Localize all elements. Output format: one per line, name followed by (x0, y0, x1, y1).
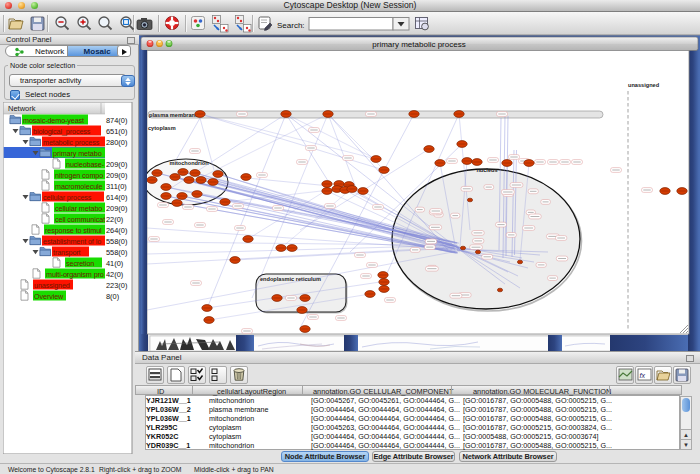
svg-text:response to stimul: response to stimul (45, 226, 102, 235)
svg-text:primary metabo: primary metabo (53, 149, 102, 158)
svg-text:fx: fx (640, 372, 646, 379)
svg-text:biological_process: biological_process (33, 127, 91, 136)
svg-text:nucleobase-: nucleobase- (66, 160, 105, 169)
svg-text:metabolic process: metabolic process (43, 138, 100, 147)
svg-text:multi-organism pro: multi-organism pro (46, 270, 104, 279)
svg-text:209(0): 209(0) (106, 204, 127, 213)
svg-text:cell communicat: cell communicat (55, 215, 105, 224)
svg-text:41(0): 41(0) (106, 259, 123, 268)
svg-text:nitrogen compo: nitrogen compo (55, 171, 103, 180)
svg-text:22(0): 22(0) (106, 215, 123, 224)
svg-text:cellular metabo: cellular metabo (55, 204, 102, 213)
svg-text:651(0): 651(0) (106, 127, 127, 136)
svg-text:8(0): 8(0) (106, 292, 119, 301)
svg-text:unassigned: unassigned (34, 281, 70, 290)
svg-text:209(0): 209(0) (106, 171, 127, 180)
svg-text:614(0): 614(0) (106, 193, 127, 202)
svg-text:42(0): 42(0) (106, 270, 123, 279)
svg-text:primary metabolic process: primary metabolic process (372, 40, 465, 49)
svg-text:Network: Network (8, 104, 36, 113)
svg-text:264(0): 264(0) (106, 226, 127, 235)
svg-text:transport: transport (53, 248, 81, 257)
svg-text:cytoplasm: cytoplasm (148, 125, 176, 131)
svg-text:nucleus: nucleus (476, 167, 497, 173)
svg-text:311(0): 311(0) (106, 182, 127, 191)
svg-text:cellular process: cellular process (43, 193, 92, 202)
svg-text:establishment of lo: establishment of lo (43, 237, 101, 246)
svg-text:secretion: secretion (66, 259, 94, 268)
svg-text:unassigned: unassigned (628, 82, 660, 88)
svg-text:mitochondrion: mitochondrion (169, 160, 209, 166)
svg-text:223(0): 223(0) (106, 281, 127, 290)
svg-text:Overview: Overview (34, 292, 64, 301)
svg-text:209(0): 209(0) (106, 160, 127, 169)
svg-text:macromolecule: macromolecule (55, 182, 103, 191)
svg-text:280(0): 280(0) (106, 138, 127, 147)
svg-text:558(0): 558(0) (106, 237, 127, 246)
svg-text:mosaic-demo-yeast: mosaic-demo-yeast (23, 116, 84, 125)
svg-text:874(0): 874(0) (106, 116, 127, 125)
svg-text:Search:: Search: (277, 21, 305, 30)
svg-text:209(...: 209(... (106, 149, 127, 158)
svg-text:558(0): 558(0) (106, 248, 127, 257)
svg-text:plasma membrane: plasma membrane (149, 112, 198, 118)
